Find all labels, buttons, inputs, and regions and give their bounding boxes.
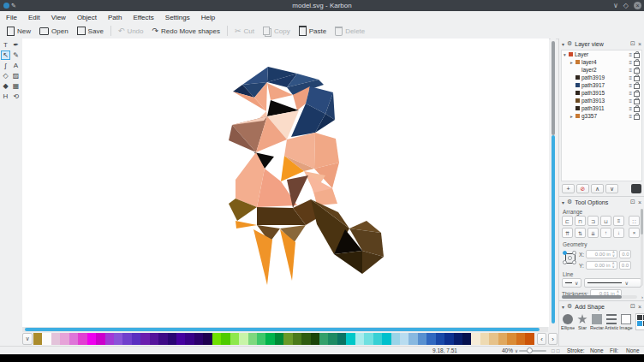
close-panel-icon[interactable]: × [638,304,641,310]
color-swatch[interactable] [132,333,140,345]
shape-item[interactable]: Rectan [590,313,604,330]
artistic-text-tool[interactable]: A [11,61,21,70]
color-swatch[interactable] [525,333,534,345]
zoom-tool[interactable]: H [1,92,10,101]
float-panel-icon[interactable]: ⊡ [630,303,635,310]
layer-visibility-icon[interactable]: ≡ [629,91,632,96]
anchor-bottomright[interactable] [572,260,576,264]
selection-tool[interactable]: ↖ [1,50,10,60]
spread-mode-icon[interactable]: □ [557,348,560,353]
toolbar-button[interactable]: ↶ Undo [114,26,148,37]
arrange-button[interactable]: ⇈ [562,228,573,238]
height-input-clipped[interactable]: 0.0 [619,261,631,270]
lock-icon[interactable] [634,107,640,112]
palette-scroll-left-button[interactable]: ‹ [537,333,546,345]
color-swatch[interactable] [382,333,391,345]
color-swatch[interactable] [140,333,149,345]
menu-item[interactable]: Settings [165,14,190,21]
panel-scroll-right-icon[interactable]: › [641,294,643,300]
calligraphy-tool[interactable]: ʃ [1,61,10,70]
color-swatch[interactable] [239,333,247,345]
color-swatch[interactable] [248,333,257,345]
float-panel-icon[interactable]: ⊡ [630,199,635,205]
color-swatch[interactable] [105,333,114,345]
layer-visibility-icon[interactable]: ≡ [629,98,632,104]
layer-row[interactable]: path3919 ≡ [562,74,641,81]
anchor-topleft[interactable] [563,251,567,255]
pan-tool[interactable]: ⟲ [11,92,21,101]
layer-visibility-icon[interactable]: ≡ [629,60,632,65]
lock-icon[interactable] [634,99,640,104]
color-swatch[interactable] [328,333,337,345]
color-swatch[interactable] [212,333,221,345]
y-input[interactable]: 0.00 in ∧∨ [586,261,617,270]
color-swatch[interactable] [391,333,400,345]
lock-icon[interactable] [634,53,640,58]
color-swatch[interactable] [203,333,212,345]
arrange-button[interactable]: ⊓ [575,216,586,226]
x-input[interactable]: 0.00 in ∧∨ [586,250,617,258]
pattern-tile-item[interactable] [635,313,644,330]
toolbar-button[interactable]: New [3,25,35,38]
zoom-select[interactable]: 40% ∨ [502,347,518,354]
artwork-polygon[interactable] [314,133,339,169]
artwork-polygon[interactable] [236,221,257,228]
palette-dropdown-button[interactable]: ∨ [22,333,33,345]
color-swatch[interactable] [158,333,167,345]
color-swatch[interactable] [194,333,203,345]
fill-value[interactable]: None [626,347,640,354]
arrange-button[interactable]: ⊐ [587,216,599,226]
stroke-value[interactable]: None [590,347,604,354]
color-swatch[interactable] [221,333,230,345]
color-swatch[interactable] [346,333,355,345]
lock-icon[interactable] [634,76,640,81]
color-swatch[interactable] [480,333,489,345]
color-swatch[interactable] [426,333,435,345]
arrange-button[interactable]: ∷ [629,216,640,226]
line-style-select[interactable]: ∨ [562,278,581,288]
color-swatch[interactable] [257,333,265,345]
lock-icon[interactable] [634,115,640,120]
layer-row[interactable]: ▸ g3357 ≡ [562,112,641,120]
layer-row[interactable]: ▾ Layer ≡ [562,50,641,58]
panel-horizontal-scrollbar[interactable] [562,295,637,299]
pencil-tool[interactable]: ✎ [11,50,21,60]
layer-visibility-icon[interactable]: ≡ [629,52,632,57]
artwork-polygon[interactable] [334,251,362,274]
color-swatch[interactable] [498,333,507,345]
color-swatch[interactable] [471,333,480,345]
close-panel-icon[interactable]: × [638,41,641,47]
color-swatch[interactable] [185,333,194,345]
color-swatch[interactable] [364,333,373,345]
arrange-button[interactable]: × [629,228,640,238]
zoom-slider[interactable] [519,347,546,354]
layer-visibility-icon[interactable]: ≡ [629,68,632,73]
color-swatch[interactable] [507,333,516,345]
color-swatch[interactable] [373,333,382,345]
toolbar-button[interactable]: Open [35,26,73,37]
layer-row[interactable]: path3917 ≡ [562,81,641,89]
color-swatch[interactable] [337,333,346,345]
arrange-button[interactable]: ≡ [613,216,624,226]
lock-icon[interactable] [634,84,640,89]
color-swatch[interactable] [42,333,51,345]
vertical-scrollbar-thumb[interactable] [552,135,555,323]
color-swatch[interactable] [489,333,498,345]
node-edit-tool[interactable]: ◇ [1,71,10,80]
layer-visibility-icon[interactable]: ≡ [629,83,632,88]
layer-visibility-icon[interactable]: ≡ [629,75,632,80]
panel-expander-icon[interactable]: ▾ [562,41,564,47]
anchor-point-selector[interactable] [562,250,577,265]
menu-item[interactable]: View [51,14,66,21]
pattern-tool[interactable]: ▦ [11,81,21,91]
arrange-button[interactable]: ↓ [613,228,624,238]
layer-row[interactable]: path3915 ≡ [562,89,641,97]
color-swatch[interactable] [230,333,239,345]
toolbar-button[interactable]: Delete [331,25,369,38]
line-type-select[interactable]: ∨ [584,278,641,288]
lock-icon[interactable] [634,61,640,66]
color-swatch[interactable] [283,333,292,345]
color-swatch[interactable] [33,333,42,345]
color-swatch[interactable] [418,333,426,345]
arrange-button[interactable]: ⊔ [600,216,611,226]
